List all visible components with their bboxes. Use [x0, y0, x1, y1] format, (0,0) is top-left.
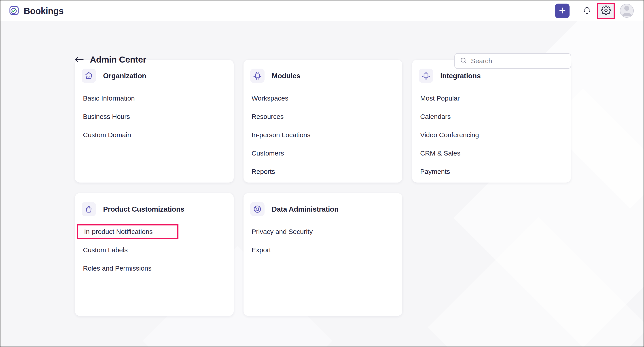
admin-center-page: Admin Center OrganizationBasic Informati… [0, 21, 644, 347]
card-item-customers[interactable]: Customers [252, 144, 396, 162]
search-icon [460, 57, 467, 65]
card-item-roles-and-permissions[interactable]: Roles and Permissions [83, 259, 227, 278]
card-item-business-hours[interactable]: Business Hours [83, 107, 227, 126]
topbar-actions [555, 0, 634, 21]
search-input[interactable] [471, 57, 566, 65]
search-box [454, 53, 571, 69]
card-items: Most PopularCalendarsVideo ConferencingC… [420, 89, 564, 181]
card-header: Modules [250, 69, 300, 83]
gear-icon [601, 5, 611, 16]
bell-icon [582, 6, 592, 16]
notifications-button[interactable] [582, 5, 592, 16]
bookings-logo-icon [8, 5, 20, 17]
card-title: Integrations [440, 72, 481, 80]
admin-card-modules: ModulesWorkspacesResourcesIn-person Loca… [244, 60, 402, 183]
organization-icon [82, 69, 96, 83]
page-title: Admin Center [90, 55, 146, 64]
back-button[interactable] [74, 56, 84, 64]
page-header: Admin Center [74, 55, 146, 64]
chip-icon [419, 69, 433, 83]
back-arrow-icon [74, 56, 84, 64]
card-item-export[interactable]: Export [252, 241, 396, 259]
lifebuoy-icon [250, 202, 264, 216]
highlight-box: In-product Notifications [77, 224, 178, 239]
card-header: Integrations [419, 69, 481, 83]
card-header: Product Customizations [82, 202, 184, 216]
card-item-custom-labels[interactable]: Custom Labels [83, 241, 227, 259]
account-avatar[interactable] [620, 4, 634, 18]
card-items: Privacy and SecurityExport [252, 223, 396, 259]
card-item-in-product-notifications[interactable]: In-product Notifications [83, 223, 227, 241]
avatar-icon [620, 4, 633, 17]
card-item-reports[interactable]: Reports [252, 162, 396, 181]
card-header: Data Administration [250, 202, 338, 216]
card-item-custom-domain[interactable]: Custom Domain [83, 126, 227, 144]
card-item-basic-information[interactable]: Basic Information [83, 89, 227, 107]
card-item-in-person-locations[interactable]: In-person Locations [252, 126, 396, 144]
card-item-calendars[interactable]: Calendars [420, 107, 564, 126]
card-title: Modules [272, 72, 300, 80]
admin-card-data-administration: Data AdministrationPrivacy and SecurityE… [244, 193, 402, 316]
admin-card-product-customizations: Product CustomizationsIn-product Notific… [75, 193, 234, 316]
settings-button[interactable] [597, 3, 615, 19]
admin-card-integrations: IntegrationsMost PopularCalendarsVideo C… [412, 60, 571, 183]
plus-icon [558, 6, 567, 16]
card-items: In-product NotificationsCustom LabelsRol… [83, 223, 227, 278]
card-items: Basic InformationBusiness HoursCustom Do… [83, 89, 227, 144]
card-title: Product Customizations [103, 205, 184, 213]
card-item-resources[interactable]: Resources [252, 107, 396, 126]
card-item-crm-sales[interactable]: CRM & Sales [420, 144, 564, 162]
card-item-video-conferencing[interactable]: Video Conferencing [420, 126, 564, 144]
card-title: Organization [103, 72, 146, 80]
admin-card-organization: OrganizationBasic InformationBusiness Ho… [75, 60, 234, 183]
card-item-payments[interactable]: Payments [420, 162, 564, 181]
add-button[interactable] [555, 3, 570, 18]
shopping-bag-icon [82, 202, 96, 216]
card-title: Data Administration [272, 205, 338, 213]
card-items: WorkspacesResourcesIn-person LocationsCu… [252, 89, 396, 181]
app-title: Bookings [24, 6, 64, 16]
top-bar: Bookings [0, 0, 644, 21]
chip-icon [250, 69, 264, 83]
card-header: Organization [82, 69, 146, 83]
card-item-most-popular[interactable]: Most Popular [420, 89, 564, 107]
card-item-privacy-and-security[interactable]: Privacy and Security [252, 223, 396, 241]
app-brand: Bookings [8, 5, 64, 17]
card-item-workspaces[interactable]: Workspaces [252, 89, 396, 107]
